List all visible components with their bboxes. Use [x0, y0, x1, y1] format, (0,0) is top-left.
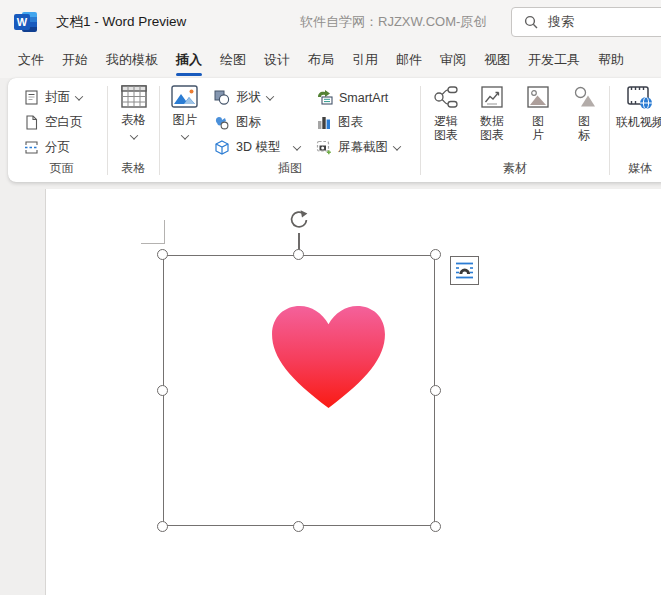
cover-page-label: 封面: [45, 89, 70, 106]
tab-help[interactable]: 帮助: [589, 44, 633, 78]
margin-corner-mark: [164, 220, 165, 244]
search-placeholder: 搜索: [548, 13, 574, 31]
document-canvas: [0, 182, 661, 595]
tab-review[interactable]: 审阅: [431, 44, 475, 78]
group-separator: [107, 86, 108, 175]
ribbon-tab-row: 文件 开始 我的模板 插入 绘图 设计 布局 引用 邮件 审阅 视图 开发工具 …: [0, 44, 661, 78]
picture-label: 图片: [172, 112, 197, 129]
cover-page-icon: [24, 90, 39, 105]
tab-insert[interactable]: 插入: [167, 44, 211, 78]
ribbon-group-media: 联机视频 媒体: [612, 78, 661, 182]
group-caption-illustrations: 插图: [162, 160, 418, 177]
logic-chart-label: 逻辑 图表: [434, 114, 458, 142]
title-bar: W 文档1 - Word Preview 软件自学网：RJZXW.COM-原创 …: [0, 0, 661, 44]
group-caption-media: 媒体: [612, 160, 661, 177]
data-chart-icon: [479, 85, 505, 109]
ribbon-group-table: 表格 表格: [110, 78, 157, 182]
icons-button[interactable]: 图标: [208, 110, 310, 135]
tab-design[interactable]: 设计: [255, 44, 299, 78]
handle-top-center[interactable]: [293, 249, 304, 260]
chart-icon: [316, 115, 332, 130]
group-caption-table: 表格: [110, 160, 157, 177]
chevron-down-icon: [129, 131, 137, 139]
cover-page-button[interactable]: 封面: [18, 85, 105, 110]
group-caption-pages: 页面: [18, 160, 105, 177]
tab-references[interactable]: 引用: [343, 44, 387, 78]
icons-icon: [214, 115, 230, 130]
table-button[interactable]: 表格: [110, 85, 157, 140]
chart-label: 图表: [338, 114, 363, 131]
ribbon-group-illustrations: 图片 形状 图标: [162, 78, 418, 182]
handle-bottom-right[interactable]: [430, 521, 441, 532]
tab-layout[interactable]: 布局: [299, 44, 343, 78]
page-break-icon: [24, 140, 39, 155]
search-box[interactable]: 搜索: [511, 7, 661, 37]
asset-icon-label: 图 标: [578, 114, 590, 142]
margin-corner-mark: [141, 243, 165, 244]
search-icon: [524, 15, 538, 29]
tab-my-templates[interactable]: 我的模板: [97, 44, 167, 78]
tab-draw[interactable]: 绘图: [211, 44, 255, 78]
chevron-down-icon: [266, 92, 274, 100]
online-video-button[interactable]: 联机视频: [612, 85, 661, 131]
handle-middle-right[interactable]: [430, 385, 441, 396]
tab-developer[interactable]: 开发工具: [519, 44, 589, 78]
chevron-down-icon: [181, 131, 189, 139]
3d-model-label: 3D 模型: [236, 139, 280, 156]
ribbon: 封面 空白页 分页 页面: [8, 78, 661, 182]
handle-bottom-center[interactable]: [293, 521, 304, 532]
screenshot-label: 屏幕截图: [338, 139, 388, 156]
text-wrap-icon: [454, 260, 475, 281]
icons-label: 图标: [236, 114, 261, 131]
data-chart-label: 数据 图表: [480, 114, 504, 142]
group-separator: [420, 86, 421, 175]
chart-button[interactable]: 图表: [310, 110, 418, 135]
handle-bottom-left[interactable]: [157, 521, 168, 532]
group-separator: [609, 86, 610, 175]
word-logo: W: [14, 11, 38, 33]
asset-picture-label: 图 片: [532, 114, 544, 142]
smartart-icon: [316, 90, 333, 105]
smartart-label: SmartArt: [339, 91, 388, 105]
ribbon-group-pages: 封面 空白页 分页 页面: [18, 78, 105, 182]
3d-model-icon: [214, 140, 230, 155]
page-break-label: 分页: [45, 139, 70, 156]
blank-page-button[interactable]: 空白页: [18, 110, 105, 135]
asset-picture-icon: [525, 85, 551, 109]
table-label: 表格: [121, 112, 146, 129]
watermark-text: 软件自学网：RJZXW.COM-原创: [300, 0, 486, 44]
3d-model-button[interactable]: 3D 模型: [208, 135, 310, 160]
smartart-button[interactable]: SmartArt: [310, 85, 418, 110]
word-logo-letter: W: [14, 14, 30, 30]
shapes-label: 形状: [236, 89, 261, 106]
blank-page-label: 空白页: [45, 114, 83, 131]
asset-icon-icon: [571, 85, 597, 109]
heart-shape[interactable]: [268, 303, 389, 410]
chevron-down-icon: [393, 142, 401, 150]
shapes-icon: [214, 90, 230, 105]
screenshot-icon: [316, 140, 332, 155]
document-title: 文档1 - Word Preview: [56, 0, 186, 44]
picture-icon: [171, 85, 198, 108]
blank-page-icon: [24, 115, 39, 130]
rotate-handle-icon[interactable]: [288, 209, 310, 231]
group-caption-assets: 素材: [423, 160, 607, 177]
shapes-button[interactable]: 形状: [208, 85, 310, 110]
logic-chart-icon: [433, 85, 459, 109]
layout-options-button[interactable]: [450, 256, 479, 285]
handle-top-left[interactable]: [157, 249, 168, 260]
ribbon-group-assets: 逻辑 图表 数据 图表 图 片: [423, 78, 607, 182]
handle-top-right[interactable]: [430, 249, 441, 260]
tab-file[interactable]: 文件: [9, 44, 53, 78]
online-video-label: 联机视频: [616, 114, 661, 131]
chevron-down-icon: [75, 92, 83, 100]
group-separator: [159, 86, 160, 175]
tab-mailings[interactable]: 邮件: [387, 44, 431, 78]
screenshot-button[interactable]: 屏幕截图: [310, 135, 418, 160]
tab-home[interactable]: 开始: [53, 44, 97, 78]
page-break-button[interactable]: 分页: [18, 135, 105, 160]
handle-middle-left[interactable]: [157, 385, 168, 396]
tab-view[interactable]: 视图: [475, 44, 519, 78]
table-icon: [121, 85, 147, 108]
online-video-icon: [626, 85, 654, 110]
